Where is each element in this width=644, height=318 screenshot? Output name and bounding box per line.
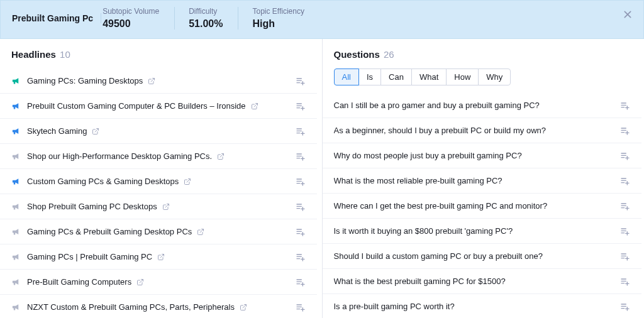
external-link-icon[interactable]	[184, 178, 191, 185]
megaphone-icon	[11, 277, 21, 287]
add-to-list-icon[interactable]	[620, 176, 630, 186]
svg-line-56	[243, 304, 247, 308]
question-row[interactable]: Can I still be a pro gamer and buy a pre…	[323, 93, 642, 118]
add-to-list-icon[interactable]	[296, 101, 306, 111]
add-to-list-icon[interactable]	[296, 126, 306, 136]
external-link-icon[interactable]	[251, 102, 258, 110]
efficiency-label: Topic Efficiency	[252, 7, 304, 16]
add-to-list-icon[interactable]	[620, 226, 630, 236]
add-to-list-icon[interactable]	[620, 277, 630, 287]
close-icon	[623, 9, 633, 19]
question-row[interactable]: Should I build a custom gaming PC or buy…	[323, 244, 642, 269]
external-link-icon[interactable]	[148, 77, 155, 85]
headlines-count: 10	[60, 49, 70, 60]
headline-row[interactable]: Gaming PCs & Prebuilt Gaming Desktop PCs	[0, 219, 317, 244]
headline-row[interactable]: Gaming PCs: Gaming Desktops	[0, 69, 317, 94]
questions-count: 26	[384, 49, 394, 60]
svg-line-26	[187, 178, 191, 182]
add-to-list-icon[interactable]	[296, 76, 306, 86]
question-text: Can I still be a pro gamer and buy a pre…	[334, 101, 540, 110]
headline-row[interactable]: Shop our High-Performance Desktop Gaming…	[0, 144, 317, 169]
add-to-list-icon[interactable]	[296, 151, 306, 162]
add-to-list-icon[interactable]	[296, 252, 306, 262]
topic-title: Prebuilt Gaming Pc	[12, 13, 101, 23]
question-row[interactable]: As a beginner, should I buy a prebuilt P…	[323, 118, 642, 143]
question-text: Is a pre-built gaming PC worth it?	[334, 302, 455, 311]
external-link-icon[interactable]	[217, 153, 225, 160]
svg-line-38	[200, 229, 204, 233]
headline-text: Gaming PCs: Gaming Desktops	[27, 76, 143, 85]
question-text: Is it worth it buying an $800 prebuilt '…	[334, 226, 513, 236]
headline-row[interactable]: Custom Gaming PCs & Gaming Desktops	[0, 169, 317, 194]
question-row[interactable]: Why do most people just buy a prebuilt g…	[323, 143, 642, 168]
questions-column: Questions 26 AllIsCanWhatHowWhy Can I st…	[323, 39, 645, 318]
question-filters: AllIsCanWhatHowWhy	[323, 69, 645, 93]
headlines-title: Headlines 10	[0, 39, 322, 69]
external-link-icon[interactable]	[136, 278, 144, 286]
external-link-icon[interactable]	[157, 253, 165, 261]
filter-how[interactable]: How	[446, 69, 479, 85]
headline-row[interactable]: Pre-Built Gaming Computers	[0, 270, 317, 295]
question-text: Why do most people just buy a prebuilt g…	[334, 151, 522, 160]
add-to-list-icon[interactable]	[296, 227, 306, 237]
question-text: What is the most reliable pre-built gami…	[334, 176, 502, 185]
headline-row[interactable]: Gaming PCs | Prebuilt Gaming PC	[0, 244, 317, 270]
questions-title: Questions 26	[323, 39, 645, 69]
efficiency-value: High	[252, 18, 304, 30]
difficulty-value: 51.00%	[189, 18, 223, 30]
headline-text: Gaming PCs | Prebuilt Gaming PC	[27, 252, 152, 261]
external-link-icon[interactable]	[240, 304, 247, 311]
add-to-list-icon[interactable]	[296, 277, 306, 287]
subtopic-volume-label: Subtopic Volume	[103, 7, 159, 16]
question-text: As a beginner, should I buy a prebuilt P…	[334, 126, 546, 135]
add-to-list-icon[interactable]	[296, 202, 306, 212]
headline-text: Skytech Gaming	[27, 126, 87, 136]
headline-text: Shop Prebuilt Gaming PC Desktops	[27, 202, 157, 211]
svg-line-2	[151, 78, 155, 82]
question-text: What is the best prebuilt gaming PC for …	[334, 277, 506, 286]
add-to-list-icon[interactable]	[296, 177, 306, 187]
headline-text: Prebuilt Custom Gaming Computer & PC Bui…	[27, 101, 246, 111]
filter-all[interactable]: All	[334, 69, 359, 85]
add-to-list-icon[interactable]	[620, 201, 630, 211]
megaphone-icon	[11, 76, 21, 85]
subtopic-volume-value: 49500	[103, 18, 159, 30]
question-row[interactable]: Is a pre-built gaming PC worth it?	[323, 294, 642, 318]
headline-row[interactable]: Shop Prebuilt Gaming PC Desktops	[0, 194, 317, 219]
filter-what[interactable]: What	[411, 69, 447, 85]
difficulty-label: Difficulty	[189, 7, 223, 16]
headline-text: Custom Gaming PCs & Gaming Desktops	[27, 177, 179, 186]
svg-line-32	[165, 204, 169, 207]
question-row[interactable]: Where can I get the best pre-built gamin…	[323, 194, 642, 219]
add-to-list-icon[interactable]	[620, 101, 630, 111]
headline-row[interactable]: Prebuilt Custom Gaming Computer & PC Bui…	[0, 94, 317, 119]
add-to-list-icon[interactable]	[620, 302, 630, 312]
headlines-column: Headlines 10 Gaming PCs: Gaming Desktops…	[0, 39, 323, 318]
add-to-list-icon[interactable]	[620, 126, 630, 136]
header-bar: Prebuilt Gaming Pc Subtopic Volume 49500…	[0, 0, 644, 39]
add-to-list-icon[interactable]	[620, 251, 630, 261]
megaphone-icon	[11, 202, 21, 211]
external-link-icon[interactable]	[92, 128, 99, 135]
headline-row[interactable]: Skytech Gaming	[0, 119, 317, 144]
external-link-icon[interactable]	[162, 203, 170, 211]
external-link-icon[interactable]	[197, 228, 204, 236]
headline-text: NZXT Custom & Prebuilt Gaming PCs, Parts…	[27, 302, 235, 312]
question-row[interactable]: What is the best prebuilt gaming PC for …	[323, 269, 642, 294]
megaphone-icon	[11, 126, 21, 136]
filter-why[interactable]: Why	[478, 69, 511, 85]
headline-text: Gaming PCs & Prebuilt Gaming Desktop PCs	[27, 227, 192, 236]
questions-list: Can I still be a pro gamer and buy a pre…	[323, 93, 642, 318]
svg-line-8	[254, 103, 258, 107]
question-row[interactable]: Is it worth it buying an $800 prebuilt '…	[323, 219, 642, 244]
filter-is[interactable]: Is	[358, 69, 381, 85]
add-to-list-icon[interactable]	[296, 302, 306, 312]
question-row[interactable]: What is the most reliable pre-built gami…	[323, 168, 642, 194]
close-button[interactable]	[622, 9, 633, 21]
svg-line-20	[220, 153, 224, 157]
megaphone-icon	[11, 302, 21, 312]
add-to-list-icon[interactable]	[620, 151, 630, 161]
question-text: Should I build a custom gaming PC or buy…	[334, 251, 543, 261]
headline-row[interactable]: NZXT Custom & Prebuilt Gaming PCs, Parts…	[0, 295, 317, 318]
filter-can[interactable]: Can	[380, 69, 412, 85]
